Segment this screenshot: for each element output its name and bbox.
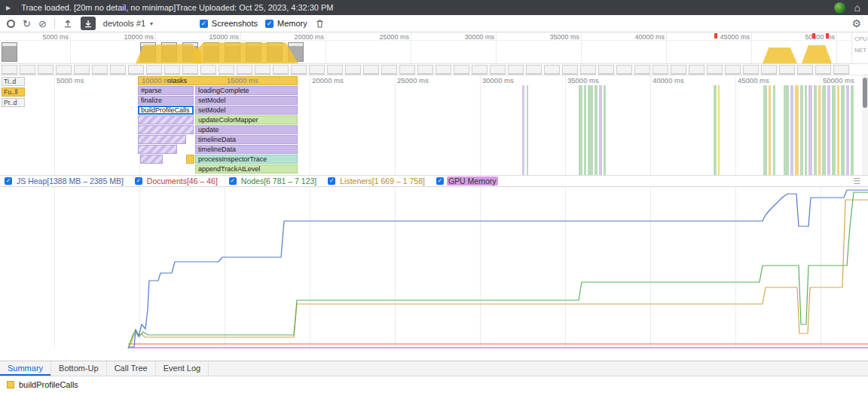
- screenshot-frame[interactable]: [671, 65, 686, 74]
- screenshot-frame[interactable]: [526, 65, 542, 74]
- screenshot-frame[interactable]: [146, 65, 162, 74]
- flame-entry[interactable]: [138, 135, 186, 144]
- history-select[interactable]: devtools #1 ▾: [103, 19, 192, 28]
- clear-button[interactable]: ⊘: [38, 19, 47, 29]
- screenshot-frame[interactable]: [291, 65, 307, 74]
- screenshot-frame[interactable]: [128, 65, 144, 74]
- flame-entry[interactable]: [138, 115, 194, 124]
- flame-entry[interactable]: update: [195, 125, 298, 134]
- screenshot-frame[interactable]: [490, 65, 506, 74]
- screenshot-frame[interactable]: [74, 65, 90, 74]
- flame-entry[interactable]: loadingComplete: [195, 86, 298, 95]
- avatar[interactable]: [834, 2, 845, 14]
- track-label[interactable]: Ti..d: [2, 77, 25, 86]
- reload-and-record-button[interactable]: ↻: [23, 19, 31, 29]
- screenshot-frame[interactable]: [508, 65, 524, 74]
- screenshot-frame[interactable]: [472, 65, 487, 74]
- screenshot-frame[interactable]: [237, 65, 252, 74]
- screenshot-frame[interactable]: [544, 65, 560, 74]
- memory-counter-toggle[interactable]: ✓Documents[46 – 46]: [135, 177, 219, 186]
- screenshot-frame[interactable]: [436, 65, 451, 74]
- screenshot-frame[interactable]: [616, 65, 632, 74]
- screenshot-frame[interactable]: [219, 65, 234, 74]
- tab-bottom-up[interactable]: Bottom-Up: [51, 361, 107, 376]
- screenshot-frame[interactable]: [417, 65, 433, 74]
- collect-garbage-button[interactable]: [315, 19, 325, 29]
- screenshot-frame[interactable]: [454, 65, 469, 74]
- memory-counter-toggle[interactable]: ✓JS Heap[1388 MB – 2385 MB]: [5, 177, 125, 186]
- flame-entry[interactable]: updateColorMapper: [195, 115, 298, 124]
- screenshot-frame[interactable]: [56, 65, 72, 74]
- flame-entry[interactable]: [138, 145, 177, 154]
- screenshot-frame[interactable]: [833, 65, 849, 74]
- screenshot-frame[interactable]: [110, 65, 126, 74]
- memory-checkbox[interactable]: ✓: [265, 20, 274, 28]
- flame-entry[interactable]: [186, 155, 194, 164]
- flame-entry[interactable]: appendTrackAtLevel: [195, 164, 298, 173]
- memory-counter-toggle[interactable]: ✓GPU Memory: [436, 177, 498, 186]
- download-trace-button[interactable]: [81, 17, 96, 30]
- screenshots-toggle[interactable]: ✓ Screenshots: [200, 19, 258, 28]
- settings-gear-icon[interactable]: ⚙: [851, 17, 861, 29]
- flame-entry[interactable]: processInspectorTrace: [195, 155, 298, 164]
- screenshot-frame[interactable]: [381, 65, 397, 74]
- flame-entry[interactable]: #parse: [138, 86, 194, 95]
- screenshot-frame[interactable]: [327, 65, 343, 74]
- flame-scrollbar[interactable]: [862, 75, 868, 175]
- screenshot-frame[interactable]: [725, 65, 741, 74]
- screenshot-frame[interactable]: [363, 65, 379, 74]
- tab-call-tree[interactable]: Call Tree: [107, 361, 156, 376]
- flame-entry[interactable]: setModel: [195, 106, 298, 115]
- memory-toggle[interactable]: ✓ Memory: [265, 19, 307, 28]
- home-icon[interactable]: ⌂: [854, 2, 860, 13]
- screenshot-frame[interactable]: [815, 65, 831, 74]
- flame-entry[interactable]: [138, 125, 194, 134]
- checkbox-checked-icon[interactable]: ✓: [328, 177, 335, 185]
- memory-counter-toggle[interactable]: ✓Nodes[6 781 – 7 123]: [229, 177, 318, 186]
- checkbox-checked-icon[interactable]: ✓: [5, 177, 12, 185]
- flame-entry[interactable]: [140, 155, 163, 164]
- screenshot-frame[interactable]: [38, 65, 53, 74]
- track-label[interactable]: Pr..d: [2, 98, 25, 107]
- screenshots-checkbox[interactable]: ✓: [200, 20, 208, 28]
- upload-trace-button[interactable]: [63, 18, 73, 29]
- record-button[interactable]: [7, 20, 15, 28]
- tab-event-log[interactable]: Event Log: [156, 361, 209, 376]
- screenshot-frame[interactable]: [743, 65, 759, 74]
- screenshot-frame[interactable]: [707, 65, 723, 74]
- overview-strip[interactable]: [0, 41, 851, 63]
- screenshot-frame[interactable]: [580, 65, 596, 74]
- flame-entry[interactable]: finalize: [138, 96, 194, 105]
- screenshot-frame[interactable]: [345, 65, 361, 74]
- flame-entry[interactable]: setModel: [195, 96, 298, 105]
- screenshot-frame[interactable]: [92, 65, 108, 74]
- screenshot-frame[interactable]: [779, 65, 795, 74]
- flame-entry[interactable]: timelineData: [195, 145, 298, 154]
- screenshot-frame[interactable]: [797, 65, 813, 74]
- screenshot-frame[interactable]: [634, 65, 650, 74]
- screenshot-frame[interactable]: [653, 65, 668, 74]
- screenshot-frame[interactable]: [273, 65, 289, 74]
- screenshot-frame[interactable]: [689, 65, 704, 74]
- checkbox-checked-icon[interactable]: ✓: [135, 177, 142, 185]
- screenshot-frame[interactable]: [399, 65, 415, 74]
- screenshot-frame[interactable]: [2, 65, 17, 74]
- flame-entry[interactable]: buildProfileCalls: [138, 106, 194, 115]
- screenshot-frame[interactable]: [182, 65, 198, 74]
- screenshot-frame[interactable]: [255, 65, 270, 74]
- track-label[interactable]: Fu..ll: [2, 88, 25, 97]
- checkbox-checked-icon[interactable]: ✓: [436, 177, 444, 185]
- scrollbar-thumb[interactable]: [863, 78, 867, 108]
- screenshot-frame[interactable]: [761, 65, 777, 74]
- tab-summary[interactable]: Summary: [0, 361, 51, 376]
- timeline-overview[interactable]: 5000 ms10000 ms15000 ms20000 ms25000 ms3…: [0, 32, 868, 64]
- flame-chart[interactable]: 5000 ms10000 ms15000 ms20000 ms25000 ms3…: [0, 75, 868, 176]
- checkbox-checked-icon[interactable]: ✓: [229, 177, 237, 185]
- screenshot-frame[interactable]: [20, 65, 35, 74]
- flame-entry[interactable]: timelineData: [195, 135, 298, 144]
- screenshot-frame[interactable]: [309, 65, 325, 74]
- overflow-menu-icon[interactable]: ☰: [853, 177, 860, 186]
- screenshot-frame[interactable]: [200, 65, 216, 74]
- screenshot-frame[interactable]: [598, 65, 614, 74]
- screenshot-frame[interactable]: [562, 65, 578, 74]
